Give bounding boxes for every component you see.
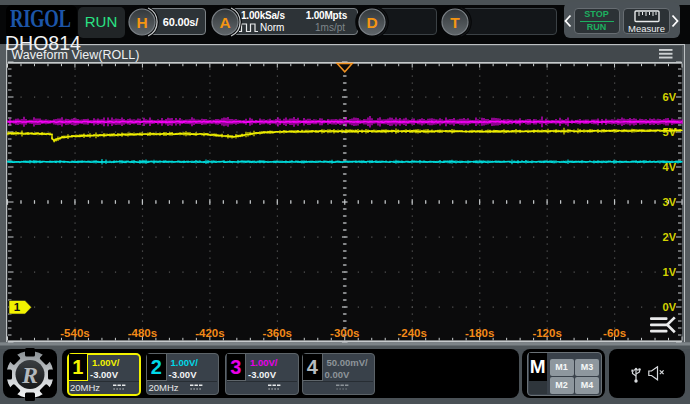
svg-text:2V: 2V [663,231,677,243]
svg-text:-60s: -60s [603,327,626,339]
svg-text:0V: 0V [663,301,677,313]
svg-text:R: R [21,362,38,388]
svg-text:3V: 3V [663,196,677,208]
svg-text:-300s: -300s [330,327,359,339]
svg-text:-120s: -120s [532,327,561,339]
svg-text:-540s: -540s [60,327,89,339]
svg-text:-360s: -360s [263,327,292,339]
svg-text:D: D [366,14,377,31]
svg-text:-180s: -180s [465,327,494,339]
svg-text:A: A [219,13,230,30]
svg-text:-240s: -240s [397,327,426,339]
svg-text:1V: 1V [663,266,677,278]
svg-text:6V: 6V [663,91,677,103]
svg-text:-420s: -420s [195,327,224,339]
svg-text:T: T [450,14,460,31]
svg-text:1: 1 [14,301,21,313]
svg-text:-480s: -480s [128,327,157,339]
svg-text:H: H [136,13,147,30]
